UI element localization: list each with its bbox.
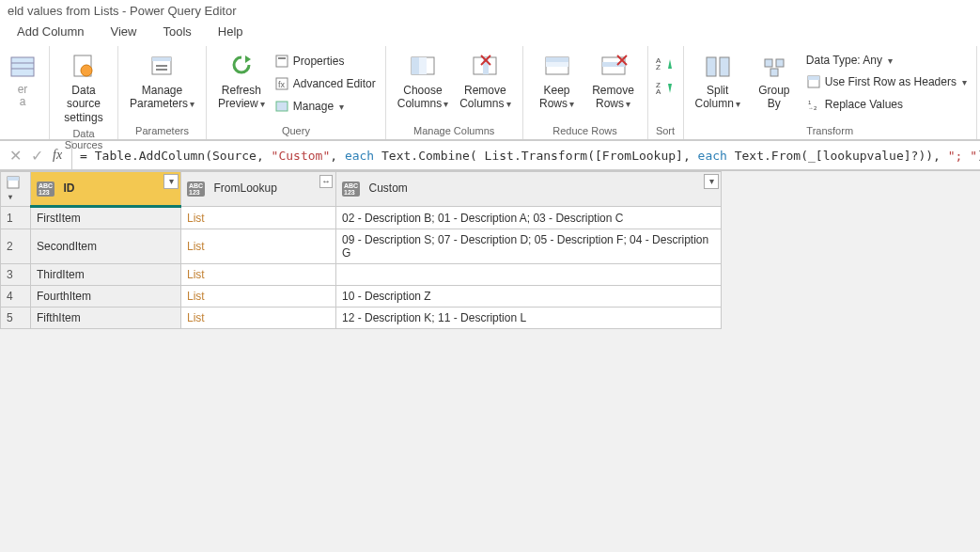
- menu-view[interactable]: View: [111, 24, 137, 39]
- table-row[interactable]: 1 FirstItem List 02 - Description B; 01 …: [1, 207, 722, 229]
- group-by-icon: [759, 52, 789, 82]
- column-expand-fromlookup[interactable]: ↔: [319, 175, 333, 188]
- parameters-icon: [148, 52, 178, 82]
- keep-rows-button[interactable]: Keep Rows▾: [531, 50, 583, 113]
- svg-marker-9: [245, 55, 251, 63]
- data-type-button[interactable]: Data Type: Any▾: [804, 52, 969, 69]
- menu-add-column[interactable]: Add Column: [17, 24, 85, 39]
- manage-icon: [274, 99, 289, 114]
- gear-doc-icon: [69, 52, 99, 82]
- properties-button[interactable]: Properties: [272, 52, 378, 71]
- cell-custom[interactable]: 10 - Description Z: [336, 286, 722, 308]
- column-header-id[interactable]: ABC123 ID ▾: [31, 172, 181, 207]
- formula-commit-button[interactable]: ✓: [31, 147, 43, 165]
- headers-icon: [806, 74, 821, 89]
- cell-fromlookup[interactable]: List: [181, 286, 336, 308]
- row-number: 5: [1, 308, 31, 329]
- svg-rect-11: [278, 57, 286, 59]
- data-grid[interactable]: ▾ ABC123 ID ▾ ABC123 FromLookup ↔ ABC123…: [0, 171, 722, 329]
- table-row[interactable]: 5 FifthItem List 12 - Description K; 11 …: [1, 308, 722, 329]
- manage-parameters-button[interactable]: Manage Parameters▾: [126, 50, 198, 113]
- group-parameters-label: Parameters: [126, 123, 198, 139]
- split-column-button[interactable]: Split Column▾: [692, 50, 744, 113]
- f-m2: Text.Combine( List.Transform([FromLookup…: [374, 149, 697, 163]
- table-row[interactable]: 4 FourthItem List 10 - Description Z: [1, 286, 722, 308]
- cell-id[interactable]: FourthItem: [31, 286, 181, 308]
- manage-button[interactable]: Manage▾: [272, 97, 378, 116]
- sort-asc-icon: AZ: [656, 55, 675, 71]
- column-header-fromlookup-label: FromLookup: [214, 181, 277, 195]
- cell-fromlookup[interactable]: List: [181, 229, 336, 264]
- cell-custom[interactable]: 09 - Description S; 07 - Description D; …: [336, 229, 722, 264]
- svg-rect-6: [152, 57, 171, 61]
- cell-id[interactable]: ThirdItem: [31, 264, 181, 286]
- formula-input[interactable]: = Table.AddColumn(Source, "Custom", each…: [72, 145, 980, 166]
- svg-rect-17: [419, 57, 427, 74]
- svg-rect-41: [808, 76, 819, 80]
- svg-marker-31: [668, 59, 672, 69]
- remove-rows-button[interactable]: Remove Rows▾: [587, 50, 640, 113]
- row-number: 3: [1, 264, 31, 286]
- column-header-fromlookup[interactable]: ABC123 FromLookup ↔: [181, 172, 336, 207]
- group-query-label: Query: [214, 123, 378, 139]
- column-header-custom-label: Custom: [369, 181, 408, 195]
- table-corner-button[interactable]: ▾: [1, 172, 31, 207]
- refresh-preview-button[interactable]: Refresh Preview▾: [214, 50, 269, 113]
- group-by-button[interactable]: Group By: [748, 50, 801, 113]
- group-manage-columns-label: Manage Columns: [394, 123, 515, 139]
- left-cut-button[interactable]: er a: [8, 50, 41, 110]
- replace-values-label: Replace Values: [825, 98, 903, 111]
- sort-desc-button[interactable]: ZA: [656, 80, 675, 95]
- split-column-icon: [703, 52, 733, 82]
- group-transform-label: Transform: [692, 123, 969, 139]
- first-row-headers-button[interactable]: Use First Row as Headers▾: [804, 72, 969, 91]
- replace-values-button[interactable]: 1→2 Replace Values: [804, 95, 969, 114]
- cell-id[interactable]: SecondItem: [31, 229, 181, 264]
- cell-fromlookup[interactable]: List: [181, 308, 336, 329]
- fx-icon: fx: [53, 148, 62, 163]
- svg-rect-8: [156, 69, 167, 71]
- cell-fromlookup[interactable]: List: [181, 207, 336, 229]
- table-icon: [7, 176, 20, 189]
- column-filter-id[interactable]: ▾: [163, 174, 179, 189]
- left-stub-line2: a: [20, 95, 26, 108]
- table-row[interactable]: 3 ThirdItem List: [1, 264, 722, 286]
- group-label-blank: [8, 123, 41, 139]
- cell-custom[interactable]: [336, 264, 722, 286]
- cell-fromlookup[interactable]: List: [181, 264, 336, 286]
- cell-id[interactable]: FirstItem: [31, 207, 181, 229]
- advanced-editor-label: Advanced Editor: [293, 77, 376, 90]
- cell-custom[interactable]: 12 - Description K; 11 - Description L: [336, 308, 722, 329]
- menu-help[interactable]: Help: [218, 24, 243, 39]
- column-header-custom[interactable]: ABC123 Custom ▾: [336, 172, 722, 207]
- data-source-settings-button[interactable]: Data source settings: [57, 50, 110, 126]
- menu-tools[interactable]: Tools: [163, 24, 192, 39]
- type-any-icon-3: ABC123: [342, 181, 360, 197]
- svg-rect-38: [776, 59, 784, 67]
- title-bar: eld values from Lists - Power Query Edit…: [0, 0, 980, 22]
- column-filter-custom[interactable]: ▾: [704, 174, 719, 189]
- f-str2: "; ": [948, 149, 977, 163]
- formula-cancel-button[interactable]: ✕: [9, 147, 22, 165]
- keep-rows-label: Keep Rows: [539, 84, 570, 110]
- type-any-icon: ABC123: [37, 181, 54, 197]
- f-kw2: each: [698, 149, 727, 163]
- svg-text:A: A: [656, 87, 661, 95]
- choose-columns-button[interactable]: Choose Columns▾: [394, 50, 452, 113]
- advanced-editor-button[interactable]: fx Advanced Editor: [272, 74, 378, 93]
- group-sort-label: Sort: [656, 123, 676, 139]
- manage-label: Manage: [293, 100, 334, 113]
- f-pre: = Table.AddColumn(Source,: [80, 149, 272, 163]
- cell-custom[interactable]: 02 - Description B; 01 - Description A; …: [336, 207, 722, 229]
- remove-columns-button[interactable]: Remove Columns▾: [456, 50, 514, 113]
- table-icon: [8, 52, 38, 82]
- cell-id[interactable]: FifthItem: [31, 308, 181, 329]
- group-reduce-rows-label: Reduce Rows: [531, 123, 640, 139]
- sort-asc-button[interactable]: AZ: [656, 55, 675, 71]
- choose-columns-label: Choose Columns: [397, 84, 443, 110]
- svg-rect-51: [8, 177, 19, 181]
- table-body: 1 FirstItem List 02 - Description B; 01 …: [1, 207, 722, 329]
- table-row[interactable]: 2 SecondItem List 09 - Description S; 07…: [1, 229, 722, 264]
- svg-rect-23: [546, 57, 568, 62]
- svg-rect-24: [546, 62, 568, 67]
